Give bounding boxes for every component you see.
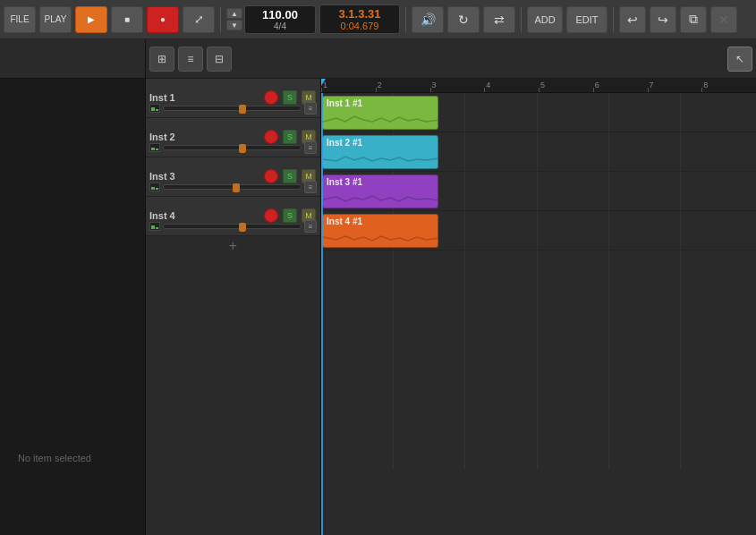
metronome-icon: 🔊 <box>420 13 436 27</box>
ruler-line-6 <box>593 88 594 92</box>
close-button[interactable]: ✕ <box>710 6 737 33</box>
loop2-button[interactable]: ⇄ <box>483 6 515 33</box>
track-2-menu-btn[interactable]: ≡ <box>304 141 317 154</box>
divider-3 <box>521 7 522 32</box>
cursor-tool-button[interactable]: ↖ <box>727 47 752 72</box>
copy-button[interactable]: ⧉ <box>680 6 707 33</box>
track-header-4[interactable]: Inst 4 S M <box>146 197 320 236</box>
list-tool-button[interactable]: ⊟ <box>207 47 232 72</box>
ruler-mark-5: 5 <box>540 81 545 89</box>
edit-button[interactable]: EDIT <box>566 6 607 33</box>
track-1-label: Inst 1 <box>149 92 260 103</box>
grid-line <box>537 251 538 469</box>
track-1-meter <box>149 104 160 113</box>
tempo-arrows: ▲ ▼ <box>226 8 242 30</box>
track-3-menu-btn[interactable]: ≡ <box>304 181 317 193</box>
grid-line <box>608 132 609 171</box>
track-lane-2: Inst 2 #1 <box>321 132 756 172</box>
redo-icon: ↪ <box>658 13 668 27</box>
tempo-value: 110.00 <box>252 8 308 21</box>
grid-line <box>680 251 681 469</box>
ruler-mark-6: 6 <box>595 81 599 89</box>
add-button[interactable]: ADD <box>527 6 563 33</box>
empty-lanes <box>321 251 756 469</box>
metronome-button[interactable]: 🔊 <box>412 6 444 33</box>
playhead-marker <box>321 79 326 86</box>
grid-line <box>464 172 465 210</box>
grid-line <box>680 211 681 250</box>
tempo-up-arrow[interactable]: ▲ <box>226 8 242 19</box>
clip-2[interactable]: Inst 2 #1 <box>322 135 438 169</box>
track-header-2[interactable]: Inst 2 S M <box>146 118 320 157</box>
pattern-button[interactable]: ⤢ <box>183 6 215 33</box>
play-button[interactable]: ▶ <box>75 6 107 33</box>
track-2-controls: ≡ <box>149 141 317 154</box>
pattern-icon: ⤢ <box>194 13 204 26</box>
track-toolbar: ⊞ ≡ ⊟ ↖ <box>146 39 756 79</box>
position-time: 0:04.679 <box>327 21 392 31</box>
copy-icon: ⧉ <box>689 12 698 27</box>
clip-1-label: Inst 1 #1 <box>327 98 362 108</box>
track-4-meter <box>149 222 160 231</box>
grid-tool-button[interactable]: ⊞ <box>149 47 174 72</box>
track-3-label: Inst 3 <box>149 171 260 182</box>
track-4-controls: ≡ <box>149 220 317 233</box>
track-4-menu-btn[interactable]: ≡ <box>304 220 317 233</box>
track-1-controls: ≡ <box>149 102 317 115</box>
undo-icon: ↩ <box>627 13 638 27</box>
ruler-mark-4: 4 <box>486 81 490 89</box>
stop-button[interactable]: ■ <box>111 6 143 33</box>
clip-1-waveform <box>323 111 438 125</box>
arrangement: 12345678 Inst 1 #1 <box>321 79 756 535</box>
clip-4[interactable]: Inst 4 #1 <box>322 214 438 248</box>
position-display[interactable]: 3.1.3.31 0:04.679 <box>319 4 400 34</box>
track-lane-1: Inst 1 #1 <box>321 93 756 132</box>
clip-4-label: Inst 4 #1 <box>327 217 362 226</box>
main-toolbar: FILE PLAY ▶ ■ ● ⤢ ▲ ▼ 110.00 4/4 3.1.3.3… <box>0 0 756 39</box>
grid-line <box>608 211 609 250</box>
grid-line <box>464 211 465 250</box>
close-icon: ✕ <box>718 13 729 27</box>
track-header-3[interactable]: Inst 3 S M <box>146 157 320 197</box>
track-header-1[interactable]: Inst 1 S M <box>146 79 320 118</box>
track-1-volume[interactable] <box>163 106 302 111</box>
record-icon: ● <box>160 14 166 24</box>
undo-button[interactable]: ↩ <box>619 6 646 33</box>
position-bars: 3.1.3.31 <box>327 7 392 21</box>
tempo-display[interactable]: 110.00 4/4 <box>244 5 316 34</box>
track-4-label: Inst 4 <box>149 210 260 221</box>
grid-line <box>464 251 465 469</box>
ruler-line-1 <box>321 88 322 92</box>
left-panel-toolbar <box>0 39 145 79</box>
arrange-tool-icon: ≡ <box>187 53 193 65</box>
grid-line <box>680 172 681 210</box>
track-4-volume[interactable] <box>163 224 302 229</box>
clip-3[interactable]: Inst 3 #1 <box>322 174 438 208</box>
grid-line <box>537 211 538 250</box>
track-3-meter <box>149 183 160 191</box>
clip-3-waveform <box>323 190 438 204</box>
clip-3-label: Inst 3 #1 <box>327 177 362 187</box>
file-button[interactable]: FILE <box>4 6 36 33</box>
grid-line <box>537 172 538 210</box>
divider-2 <box>405 7 406 32</box>
add-track-button[interactable]: + <box>146 236 320 256</box>
track-content: Inst 1 S M <box>146 79 756 535</box>
track-1-menu-btn[interactable]: ≡ <box>304 102 317 115</box>
track-3-volume[interactable] <box>163 184 302 190</box>
record-button[interactable]: ● <box>147 6 179 33</box>
grid-line <box>680 132 681 171</box>
add-track-icon: + <box>229 238 237 254</box>
grid-line <box>537 93 538 132</box>
loop-button[interactable]: ↻ <box>447 6 480 33</box>
redo-button[interactable]: ↪ <box>650 6 676 33</box>
clip-1[interactable]: Inst 1 #1 <box>322 96 438 130</box>
playhead-line <box>321 93 323 535</box>
track-2-volume[interactable] <box>163 145 302 150</box>
arrange-tool-button[interactable]: ≡ <box>178 47 203 72</box>
clip-2-waveform <box>323 150 438 165</box>
track-2-meter <box>149 143 160 152</box>
play-label-button[interactable]: PLAY <box>39 6 72 33</box>
grid-line <box>393 251 394 469</box>
tempo-down-arrow[interactable]: ▼ <box>226 20 242 30</box>
